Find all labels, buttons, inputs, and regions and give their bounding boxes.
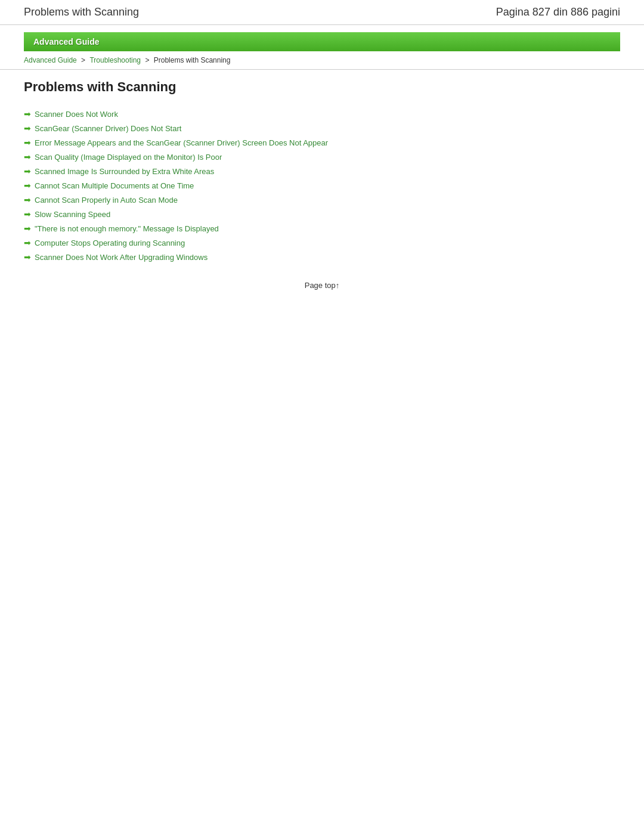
list-item: ➡ Cannot Scan Multiple Documents at One … [24,181,620,190]
list-item: ➡ ScanGear (Scanner Driver) Does Not Sta… [24,123,620,133]
breadcrumb-sep-2: > [145,56,151,64]
breadcrumb: Advanced Guide > Troubleshooting > Probl… [0,51,644,70]
list-item: ➡ Scanned Image Is Surrounded by Extra W… [24,166,620,176]
link-scanner-after-upgrading-windows[interactable]: Scanner Does Not Work After Upgrading Wi… [35,253,208,262]
list-item: ➡ Cannot Scan Properly in Auto Scan Mode [24,195,620,205]
list-item: ➡ Slow Scanning Speed [24,209,620,219]
link-list: ➡ Scanner Does Not Work ➡ ScanGear (Scan… [24,109,620,262]
arrow-icon: ➡ [24,195,31,205]
link-cannot-scan-multiple[interactable]: Cannot Scan Multiple Documents at One Ti… [35,181,194,190]
header-page-info: Pagina 827 din 886 pagini [496,6,620,18]
arrow-icon: ➡ [24,224,31,233]
link-scan-quality-poor[interactable]: Scan Quality (Image Displayed on the Mon… [35,153,222,162]
breadcrumb-sep-1: > [81,56,87,64]
link-scanned-image-white-areas[interactable]: Scanned Image Is Surrounded by Extra Whi… [35,167,214,176]
link-not-enough-memory[interactable]: "There is not enough memory." Message Is… [35,224,219,233]
arrow-icon: ➡ [24,109,31,119]
advanced-guide-banner-text: Advanced Guide [33,37,99,47]
arrow-icon: ➡ [24,181,31,190]
page-top-label: Page top↑ [305,281,340,290]
link-cannot-scan-auto-mode[interactable]: Cannot Scan Properly in Auto Scan Mode [35,196,178,205]
arrow-icon: ➡ [24,238,31,247]
page-top-link: Page top↑ [24,281,620,290]
list-item: ➡ Scan Quality (Image Displayed on the M… [24,152,620,162]
header-bar: Problems with Scanning Pagina 827 din 88… [0,0,644,25]
link-computer-stops-operating[interactable]: Computer Stops Operating during Scanning [35,239,185,247]
advanced-guide-banner: Advanced Guide [24,32,620,51]
list-item: ➡ Scanner Does Not Work After Upgrading … [24,252,620,262]
page-top-anchor[interactable]: Page top↑ [305,281,340,290]
list-item: ➡ Error Message Appears and the ScanGear… [24,138,620,147]
link-scanner-does-not-work[interactable]: Scanner Does Not Work [35,110,118,119]
link-slow-scanning-speed[interactable]: Slow Scanning Speed [35,210,110,219]
page-heading: Problems with Scanning [24,79,620,97]
breadcrumb-advanced-guide[interactable]: Advanced Guide [24,56,77,64]
list-item: ➡ Computer Stops Operating during Scanni… [24,238,620,247]
link-error-message-appears[interactable]: Error Message Appears and the ScanGear (… [35,138,328,147]
breadcrumb-current: Problems with Scanning [154,56,231,64]
link-scangear-does-not-start[interactable]: ScanGear (Scanner Driver) Does Not Start [35,124,181,133]
arrow-icon: ➡ [24,123,31,133]
breadcrumb-troubleshooting[interactable]: Troubleshooting [89,56,141,64]
arrow-icon: ➡ [24,166,31,176]
arrow-icon: ➡ [24,152,31,162]
arrow-icon: ➡ [24,209,31,219]
arrow-icon: ➡ [24,252,31,262]
header-title: Problems with Scanning [24,6,139,18]
main-content: Problems with Scanning ➡ Scanner Does No… [0,79,644,290]
list-item: ➡ Scanner Does Not Work [24,109,620,119]
list-item: ➡ "There is not enough memory." Message … [24,224,620,233]
arrow-icon: ➡ [24,138,31,147]
